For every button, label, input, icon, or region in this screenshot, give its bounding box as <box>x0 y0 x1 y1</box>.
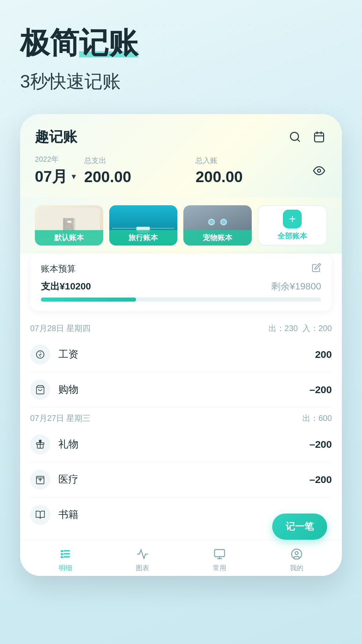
date-summary-2: 出：600 <box>302 413 332 424</box>
calendar-icon[interactable] <box>311 129 327 145</box>
budget-bar-bg <box>41 298 321 302</box>
svg-rect-14 <box>61 556 63 558</box>
date-group-header-1: 07月28日 星期四 出：230 入：200 <box>30 318 332 337</box>
book-item-all[interactable]: + 全部账本 <box>258 205 327 246</box>
book-default-label: 默认账本 <box>35 230 103 246</box>
budget-spent: 支出¥10200 <box>41 280 91 293</box>
book-all-label: 全部账本 <box>278 231 307 241</box>
hero-title-part1: 极简 <box>20 26 79 59</box>
nav-icon-chart <box>135 547 150 561</box>
income-value: 200.00 <box>195 168 300 186</box>
books-icon <box>30 505 50 525</box>
shopping-amount: –200 <box>309 384 332 395</box>
expense-group: 总支出 200.00 <box>84 156 189 186</box>
nav-label-mine: 我的 <box>290 564 303 573</box>
transaction-shopping[interactable]: 购物 –200 <box>30 372 332 408</box>
svg-rect-18 <box>215 549 225 556</box>
books-row: 默认账本 旅行账本 <box>20 197 342 254</box>
nav-item-common[interactable]: 常用 <box>181 547 258 573</box>
header-icons <box>287 129 327 145</box>
hero-title-part2: 记账 <box>79 26 138 59</box>
nav-label-detail: 明细 <box>59 564 72 573</box>
expense-value: 200.00 <box>84 168 189 186</box>
eye-icon-container <box>307 163 327 179</box>
transaction-salary[interactable]: 工资 200 <box>30 337 332 372</box>
app-header: 趣记账 2022年 07月 ▼ <box>20 114 342 197</box>
month-value[interactable]: 07月 ▼ <box>35 166 77 187</box>
transaction-medical[interactable]: 医疗 –200 <box>30 462 332 497</box>
budget-section: 账本预算 支出¥10200 剩余¥19800 <box>30 254 332 311</box>
nav-label-common: 常用 <box>213 564 226 573</box>
nav-item-mine[interactable]: 我的 <box>258 547 335 573</box>
nav-icon-common <box>212 547 227 561</box>
date-summary-1: 出：230 入：200 <box>268 323 332 334</box>
salary-amount: 200 <box>315 349 332 360</box>
budget-header: 账本预算 <box>41 263 321 275</box>
svg-rect-15 <box>64 550 70 551</box>
medical-icon <box>30 470 50 490</box>
nav-icon-detail <box>58 547 73 561</box>
income-label: 总入账 <box>195 156 300 166</box>
salary-name: 工资 <box>58 347 315 361</box>
gift-icon <box>30 434 50 454</box>
nav-icon-mine <box>289 547 304 561</box>
book-item-default[interactable]: 默认账本 <box>35 205 103 246</box>
hero-title: 极简记账 <box>20 27 138 59</box>
budget-amounts: 支出¥10200 剩余¥19800 <box>41 280 321 293</box>
nav-label-chart: 图表 <box>136 564 149 573</box>
medical-name: 医疗 <box>58 473 309 486</box>
svg-rect-13 <box>61 553 63 555</box>
stats-section: 2022年 07月 ▼ 总支出 200.00 总入账 200.00 <box>35 154 327 187</box>
expense-label: 总支出 <box>84 156 189 166</box>
svg-rect-12 <box>61 550 63 552</box>
book-travel-label: 旅行账本 <box>109 230 178 246</box>
date-group-header-2: 07月27日 星期三 出：600 <box>30 408 332 427</box>
bottom-nav: 明细 图表 常用 <box>20 540 342 576</box>
month-arrow: ▼ <box>70 172 77 181</box>
svg-point-20 <box>295 551 298 554</box>
eye-icon[interactable] <box>311 163 327 179</box>
medical-amount: –200 <box>309 474 332 485</box>
book-item-pet[interactable]: 宠物账本 <box>183 205 252 246</box>
gift-amount: –200 <box>309 439 332 450</box>
app-name: 趣记账 <box>35 127 77 146</box>
budget-edit-icon[interactable] <box>312 263 321 275</box>
income-group: 总入账 200.00 <box>195 156 300 186</box>
shopping-icon <box>30 380 50 400</box>
search-icon[interactable] <box>287 129 303 145</box>
date-label-2: 07月27日 星期三 <box>30 413 90 424</box>
year-label: 2022年 <box>35 154 77 164</box>
shopping-name: 购物 <box>58 383 309 396</box>
nav-item-detail[interactable]: 明细 <box>27 547 104 573</box>
date-group: 2022年 07月 ▼ <box>35 154 77 187</box>
transaction-gift[interactable]: 礼物 –200 <box>30 427 332 462</box>
hero-section: 极简记账 3秒快速记账 <box>0 0 362 107</box>
record-button[interactable]: 记一笔 <box>272 514 327 540</box>
budget-title: 账本预算 <box>41 263 76 275</box>
budget-remaining: 剩余¥19800 <box>271 280 321 293</box>
transactions: 07月28日 星期四 出：230 入：200 工资 200 <box>20 318 342 532</box>
date-label-1: 07月28日 星期四 <box>30 323 90 334</box>
svg-line-1 <box>297 139 300 142</box>
svg-rect-17 <box>64 556 70 557</box>
book-pet-label: 宠物账本 <box>183 230 252 246</box>
nav-item-chart[interactable]: 图表 <box>104 547 181 573</box>
svg-point-6 <box>318 169 321 172</box>
hero-subtitle: 3秒快速记账 <box>20 69 342 94</box>
budget-bar-fill <box>41 298 136 302</box>
book-item-travel[interactable]: 旅行账本 <box>109 205 178 246</box>
svg-rect-2 <box>315 133 324 142</box>
gift-name: 礼物 <box>58 437 309 451</box>
add-book-icon: + <box>283 210 302 228</box>
salary-icon <box>30 344 50 365</box>
svg-rect-16 <box>64 553 70 554</box>
app-title-row: 趣记账 <box>35 127 327 146</box>
phone-card: 趣记账 2022年 07月 ▼ <box>20 114 342 576</box>
